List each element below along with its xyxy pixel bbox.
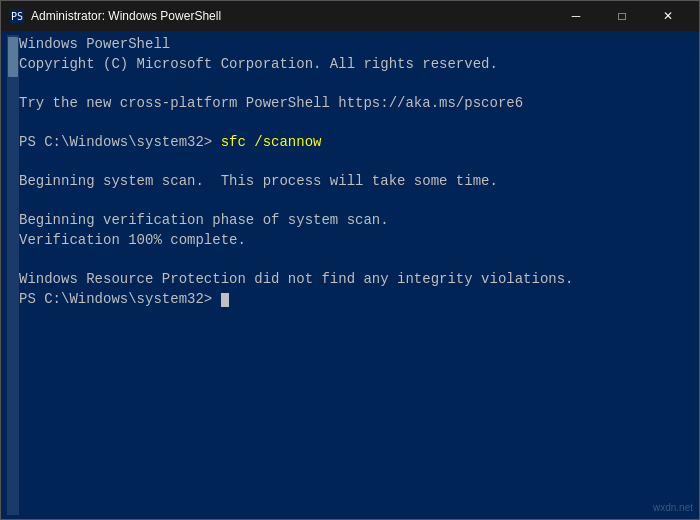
line-14: PS C:\Windows\system32>: [19, 290, 693, 310]
command-1: sfc /scannow: [221, 134, 322, 150]
line-7: [19, 153, 693, 173]
line-13: Windows Resource Protection did not find…: [19, 270, 693, 290]
console-area[interactable]: Windows PowerShell Copyright (C) Microso…: [1, 31, 699, 519]
console-content: Windows PowerShell Copyright (C) Microso…: [19, 35, 693, 515]
line-5: [19, 113, 693, 133]
line-8: Beginning system scan. This process will…: [19, 172, 693, 192]
svg-text:PS: PS: [11, 11, 23, 22]
line-9: [19, 192, 693, 212]
title-bar-left: PS Administrator: Windows PowerShell: [9, 8, 221, 24]
line-11: Verification 100% complete.: [19, 231, 693, 251]
line-12: [19, 251, 693, 271]
window-frame: PS Administrator: Windows PowerShell ─ □…: [0, 0, 700, 520]
prompt-2: PS C:\Windows\system32>: [19, 291, 221, 307]
window-controls: ─ □ ✕: [553, 1, 691, 31]
scrollbar[interactable]: [7, 35, 19, 515]
close-button[interactable]: ✕: [645, 1, 691, 31]
line-2: Copyright (C) Microsoft Corporation. All…: [19, 55, 693, 75]
powershell-icon: PS: [9, 8, 25, 24]
minimize-button[interactable]: ─: [553, 1, 599, 31]
line-3: [19, 74, 693, 94]
prompt-1: PS C:\Windows\system32>: [19, 134, 221, 150]
line-1: Windows PowerShell: [19, 35, 693, 55]
scrollbar-thumb[interactable]: [8, 37, 18, 77]
maximize-button[interactable]: □: [599, 1, 645, 31]
window-title: Administrator: Windows PowerShell: [31, 9, 221, 23]
line-4: Try the new cross-platform PowerShell ht…: [19, 94, 693, 114]
title-bar: PS Administrator: Windows PowerShell ─ □…: [1, 1, 699, 31]
watermark: wxdn.net: [653, 501, 693, 515]
cursor: [221, 293, 229, 307]
line-6: PS C:\Windows\system32> sfc /scannow: [19, 133, 693, 153]
line-10: Beginning verification phase of system s…: [19, 211, 693, 231]
